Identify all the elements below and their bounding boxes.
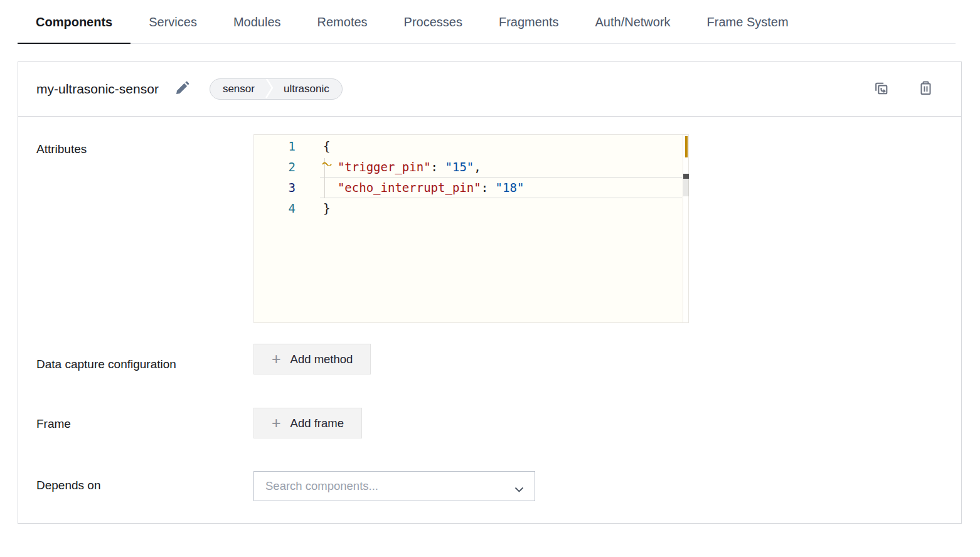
search-components-input[interactable] — [254, 472, 535, 501]
config-tab-bar: Components Services Modules Remotes Proc… — [18, 0, 956, 44]
component-type: sensor — [210, 83, 265, 95]
line-number-2: 2 — [254, 157, 296, 178]
tab-services[interactable]: Services — [130, 15, 215, 43]
overview-warning-marker — [685, 136, 688, 157]
tab-fragments[interactable]: Fragments — [481, 15, 577, 43]
attributes-label: Attributes — [36, 142, 253, 156]
depends-on-select[interactable] — [253, 471, 535, 501]
tab-remotes[interactable]: Remotes — [299, 15, 386, 43]
depends-on-row: Depends on — [36, 471, 943, 501]
editor-scrollbar-thumb[interactable] — [683, 179, 689, 196]
data-capture-row: Data capture configuration + Add method — [36, 344, 943, 376]
component-card-body: Attributes 1 { 2 "trigger_pin": "15", — [18, 134, 961, 523]
depends-on-label: Depends on — [36, 479, 253, 492]
data-capture-label: Data capture configuration — [36, 353, 181, 376]
code-line-4: 4 } — [254, 198, 688, 219]
tab-modules[interactable]: Modules — [215, 15, 299, 43]
editor-warning-squiggle-icon — [322, 154, 332, 168]
tab-auth-network[interactable]: Auth/Network — [577, 15, 689, 43]
component-model: ultrasonic — [274, 83, 342, 95]
component-card-header: my-ultrasonic-sensor sensor ultrasonic — [18, 62, 961, 117]
component-card: my-ultrasonic-sensor sensor ultrasonic — [18, 61, 962, 524]
code-line-3: 3 "echo_interrupt_pin": "18" — [254, 178, 688, 198]
line-number-3: 3 — [254, 178, 296, 198]
attributes-row: Attributes 1 { 2 "trigger_pin": "15", — [36, 134, 943, 323]
edit-name-button[interactable] — [174, 80, 190, 98]
add-method-button[interactable]: + Add method — [253, 344, 371, 374]
component-name: my-ultrasonic-sensor — [36, 82, 159, 97]
chevron-down-icon — [514, 484, 524, 495]
plus-icon: + — [272, 351, 281, 367]
duplicate-component-button[interactable] — [873, 80, 890, 98]
line-number-4: 4 — [254, 198, 296, 219]
frame-row: Frame + Add frame — [36, 408, 943, 438]
add-method-button-label: Add method — [290, 353, 353, 366]
overview-cursor-marker — [683, 174, 689, 179]
add-frame-button[interactable]: + Add frame — [253, 408, 362, 438]
line-number-1: 1 — [254, 136, 296, 157]
tab-frame-system[interactable]: Frame System — [689, 15, 807, 43]
delete-component-button[interactable] — [919, 80, 933, 98]
component-card-actions — [873, 80, 933, 98]
code-line-2: 2 "trigger_pin": "15", — [254, 157, 688, 178]
add-frame-button-label: Add frame — [290, 416, 344, 430]
frame-label: Frame — [36, 417, 253, 431]
component-type-chip: sensor ultrasonic — [210, 78, 343, 100]
tab-processes[interactable]: Processes — [386, 15, 481, 43]
code-line-1: 1 { — [254, 136, 688, 157]
trash-icon — [919, 80, 933, 98]
chip-divider-chevron-icon — [265, 78, 274, 100]
pencil-icon — [174, 80, 190, 98]
plus-icon: + — [272, 415, 281, 431]
duplicate-icon — [873, 80, 890, 98]
editor-code-lines: 1 { 2 "trigger_pin": "15", 3 "echo_inter… — [254, 135, 688, 219]
attributes-json-editor[interactable]: 1 { 2 "trigger_pin": "15", 3 "echo_inter… — [253, 134, 689, 323]
editor-overview-ruler[interactable] — [683, 135, 688, 322]
tab-components[interactable]: Components — [18, 15, 130, 44]
